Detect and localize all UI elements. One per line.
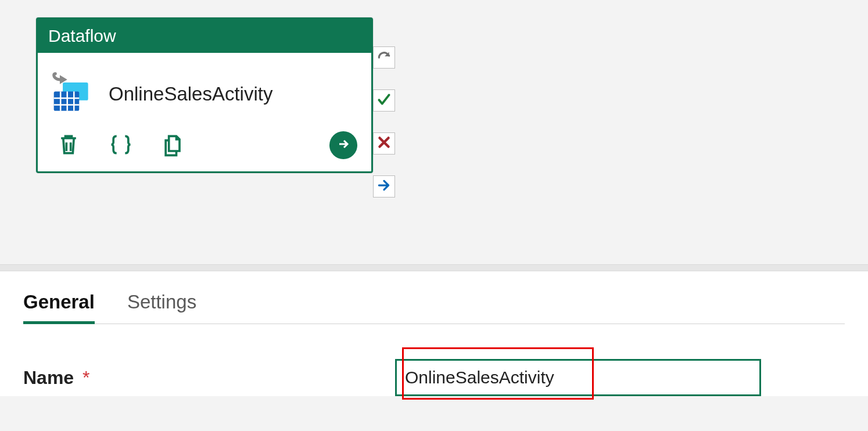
activity-connectors (373, 46, 395, 197)
name-input[interactable] (395, 359, 761, 396)
run-button[interactable] (329, 131, 357, 159)
activity-body: OnlineSalesActivity (38, 53, 371, 127)
trash-icon (56, 132, 81, 159)
activity-type-header: Dataflow (38, 19, 371, 53)
panel-divider (0, 264, 868, 271)
redo-arrow-icon (376, 49, 392, 66)
name-field-row: Name * (23, 359, 845, 396)
properties-panel: General Settings Name * (0, 271, 868, 396)
braces-icon (108, 132, 134, 159)
arrow-right-icon (336, 137, 350, 153)
skip-connector[interactable] (373, 175, 395, 197)
copy-icon (160, 132, 186, 159)
x-icon (376, 135, 392, 152)
delete-button[interactable] (54, 131, 83, 160)
pipeline-canvas[interactable]: Dataflow OnlineSalesActivity (0, 0, 868, 264)
failure-connector[interactable] (373, 132, 395, 155)
activity-actions-row (38, 127, 371, 171)
dataflow-activity-card[interactable]: Dataflow OnlineSalesActivity (36, 17, 373, 173)
tab-settings[interactable]: Settings (127, 285, 196, 324)
clone-button[interactable] (159, 131, 188, 160)
name-label: Name (23, 367, 74, 388)
name-label-wrap: Name * (23, 367, 395, 389)
activity-name-label: OnlineSalesActivity (109, 83, 272, 105)
arrow-right-icon (376, 178, 392, 195)
code-button[interactable] (106, 131, 135, 160)
dataflow-icon (49, 69, 97, 119)
completion-connector[interactable] (373, 46, 395, 69)
activity-type-label: Dataflow (48, 26, 116, 45)
success-connector[interactable] (373, 89, 395, 112)
properties-tabs: General Settings (23, 285, 845, 324)
tab-general[interactable]: General (23, 285, 95, 324)
required-indicator: * (83, 367, 89, 388)
check-icon (376, 92, 392, 109)
